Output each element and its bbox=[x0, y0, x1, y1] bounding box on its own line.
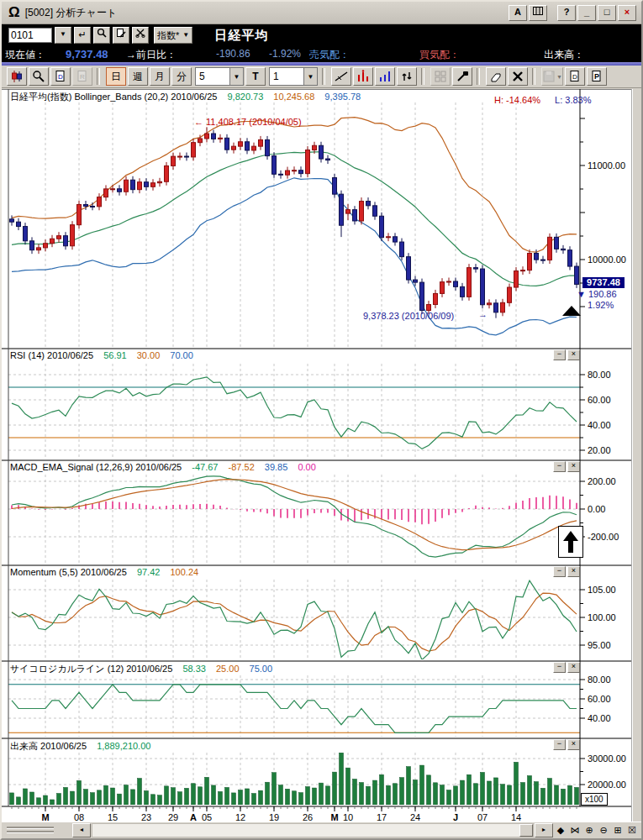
delete-button[interactable] bbox=[508, 67, 528, 86]
trendline-button[interactable] bbox=[331, 67, 351, 86]
enter-button[interactable]: ↵ bbox=[74, 27, 91, 44]
candle-body bbox=[340, 194, 344, 225]
volume-bar bbox=[521, 783, 525, 805]
grid-toggle-button[interactable]: ⊞ bbox=[611, 824, 625, 837]
volume-bar bbox=[454, 786, 458, 805]
settings-button[interactable] bbox=[452, 67, 472, 86]
candle-body bbox=[541, 260, 545, 260]
category-select[interactable]: 指数* ▼ bbox=[154, 27, 192, 44]
tick-select[interactable]: 1▼ bbox=[269, 67, 318, 86]
psych-minimize-button[interactable]: − bbox=[553, 662, 566, 673]
volume-bar bbox=[212, 785, 216, 805]
layout-button[interactable] bbox=[529, 5, 547, 21]
zoom-out-button[interactable]: ⊖ bbox=[597, 824, 610, 837]
price-percent-readout: 1.92% bbox=[588, 300, 614, 310]
high-low-readout: H: -14.64% L: 3.83% bbox=[494, 95, 592, 105]
rsi-close-button[interactable]: × bbox=[567, 349, 580, 360]
app-logo-icon: Ω bbox=[8, 4, 20, 21]
search-button[interactable] bbox=[93, 27, 110, 44]
symbol-code-input[interactable] bbox=[8, 28, 52, 43]
cut-button[interactable] bbox=[132, 27, 149, 44]
nav-latest-button[interactable]: ⋈ bbox=[568, 824, 582, 837]
zoom-in-button[interactable]: ⊕ bbox=[582, 824, 596, 837]
tick-button[interactable]: T bbox=[245, 67, 266, 86]
volume-bar bbox=[71, 791, 75, 805]
macd-minimize-button[interactable]: − bbox=[553, 461, 566, 472]
scrollbar-track[interactable] bbox=[92, 823, 534, 837]
candle-body bbox=[366, 202, 371, 206]
psych-close-button[interactable]: × bbox=[567, 662, 580, 673]
psych-panel-buttons: −× bbox=[553, 662, 580, 673]
scroll-left-button[interactable]: ◂ bbox=[72, 823, 91, 837]
volume-bar bbox=[407, 767, 411, 805]
psych-label: サイコロジカルライン (12) 2010/06/25 bbox=[10, 664, 172, 674]
candle-body bbox=[346, 210, 350, 213]
splitter-grip[interactable] bbox=[2, 822, 72, 837]
toolbar-separator bbox=[421, 68, 424, 85]
toolbar-separator bbox=[322, 68, 325, 85]
candle-body bbox=[252, 146, 256, 150]
volume-bar bbox=[461, 780, 465, 805]
candle-body bbox=[353, 210, 357, 221]
minute-select[interactable]: 5▼ bbox=[195, 67, 244, 86]
chart-canvas[interactable]: 11000.0010000.0080.0060.0040.0020.00200.… bbox=[2, 89, 633, 823]
period-day-button[interactable]: 日 bbox=[106, 67, 126, 86]
period-week-button[interactable]: 週 bbox=[128, 67, 148, 86]
volume-close-button[interactable]: × bbox=[567, 739, 580, 750]
volume-bar bbox=[380, 774, 384, 805]
volume-bar bbox=[124, 785, 129, 805]
volume-minimize-button[interactable]: − bbox=[553, 739, 566, 750]
bollinger-lower-value: 9,395.78 bbox=[324, 92, 361, 102]
volume-bar bbox=[111, 788, 115, 805]
save-button[interactable]: ▼ bbox=[541, 67, 563, 86]
indicator-red-button[interactable] bbox=[353, 67, 373, 86]
nav-diamond-button[interactable]: ◆ bbox=[554, 824, 567, 837]
candle-body bbox=[528, 253, 532, 270]
rsi-minimize-button[interactable]: − bbox=[553, 349, 566, 360]
rsi-upper-ref: 70.00 bbox=[170, 350, 193, 360]
help-button[interactable]: ? bbox=[557, 5, 576, 21]
scrollbar-thumb[interactable] bbox=[519, 824, 533, 837]
rsi-value: 56.91 bbox=[103, 350, 127, 360]
close-button[interactable]: × bbox=[618, 5, 636, 21]
candle-body bbox=[326, 159, 330, 160]
copy-chart-button[interactable]: R bbox=[72, 67, 92, 86]
updown-arrows-button[interactable] bbox=[397, 67, 417, 86]
volume-bar bbox=[17, 797, 21, 805]
volume-bar bbox=[91, 793, 95, 805]
candle-body bbox=[454, 281, 458, 286]
momentum-minimize-button[interactable]: − bbox=[553, 566, 566, 577]
font-button[interactable]: A bbox=[509, 5, 527, 21]
close-chart-button[interactable]: ☒ bbox=[625, 824, 639, 837]
candle-body bbox=[104, 189, 108, 197]
grid-button[interactable] bbox=[430, 67, 451, 86]
zoom-select-button[interactable] bbox=[29, 67, 49, 86]
edit-button[interactable] bbox=[113, 27, 129, 44]
bollinger-mid-value: 9,820.73 bbox=[227, 92, 263, 102]
indicator-blue-button[interactable] bbox=[375, 67, 395, 86]
macd-close-button[interactable]: × bbox=[567, 461, 580, 472]
page-d-button[interactable]: D bbox=[565, 67, 585, 86]
candle-body bbox=[145, 182, 149, 187]
scroll-right-button[interactable]: ▸ bbox=[535, 823, 553, 837]
eraser-button[interactable] bbox=[486, 67, 506, 86]
chart-type-button[interactable] bbox=[7, 67, 27, 86]
toolbar-separator bbox=[532, 68, 535, 85]
candle-body bbox=[481, 269, 485, 305]
page-p-button[interactable]: P bbox=[587, 67, 607, 86]
code-dropdown-button[interactable]: ▼ bbox=[55, 27, 71, 44]
maximize-button[interactable]: □ bbox=[598, 5, 616, 21]
minimize-button[interactable]: _ bbox=[577, 5, 596, 21]
volume-bar bbox=[467, 774, 472, 805]
new-chart-button[interactable]: D bbox=[50, 67, 71, 86]
current-price-label: 現在値： bbox=[5, 48, 45, 62]
volume-bar bbox=[57, 794, 61, 805]
volume-bar bbox=[272, 773, 277, 805]
momentum-ma-value: 100.24 bbox=[170, 567, 198, 577]
candle-body bbox=[561, 249, 566, 249]
period-minute-button[interactable]: 分 bbox=[171, 67, 192, 86]
momentum-close-button[interactable]: × bbox=[567, 566, 580, 577]
period-month-button[interactable]: 月 bbox=[150, 67, 170, 86]
candle-body bbox=[158, 181, 162, 182]
low-percent: L: 3.83% bbox=[555, 95, 591, 105]
